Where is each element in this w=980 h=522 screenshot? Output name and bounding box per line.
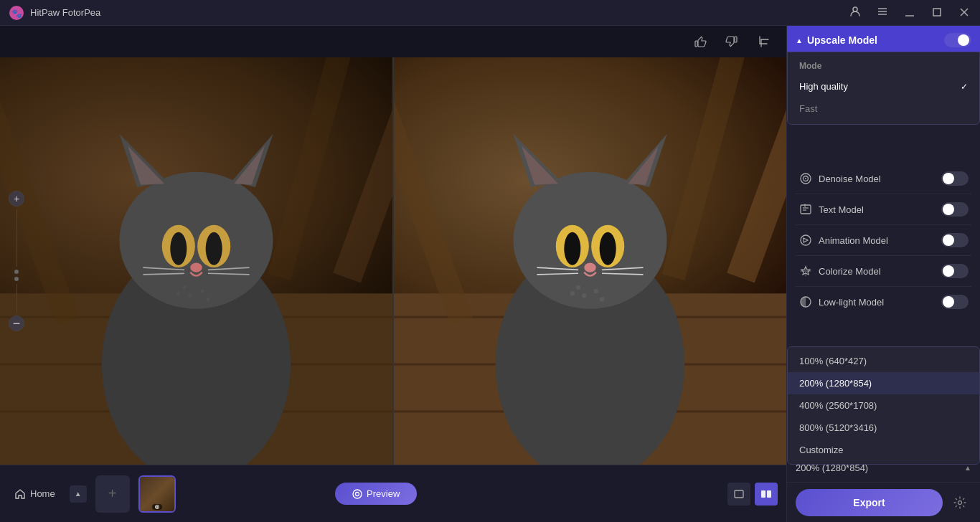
scale-option-400[interactable]: 400% (2560*1708) (788, 394, 979, 417)
add-image-button[interactable]: + (95, 475, 130, 513)
zoom-in-button[interactable]: + (9, 191, 24, 207)
home-button[interactable]: Home (9, 485, 61, 503)
svg-point-36 (189, 294, 192, 298)
svg-point-67 (582, 293, 587, 298)
svg-rect-10 (695, 41, 697, 47)
svg-point-66 (593, 289, 598, 294)
maximize-button[interactable] (930, 7, 944, 19)
denoise-icon (798, 171, 813, 186)
right-panel: ▲ Upscale Model Mode High quality ✓ Fast (786, 26, 980, 522)
svg-point-56 (564, 232, 580, 265)
svg-point-34 (183, 286, 187, 290)
denoise-label: Denoise Model (819, 174, 881, 184)
canvas-toolbar (0, 26, 786, 57)
thumbs-down-button[interactable] (720, 30, 743, 53)
svg-point-18 (119, 172, 273, 309)
svg-point-58 (584, 262, 595, 272)
mode-option-high-quality[interactable]: High quality ✓ (788, 75, 979, 98)
mode-high-quality-label: High quality (799, 81, 848, 92)
mode-fast-label: Fast (799, 103, 817, 114)
text-model-toggle[interactable] (941, 202, 969, 217)
zoom-out-button[interactable]: − (9, 315, 24, 331)
animation-icon (798, 233, 813, 247)
close-button[interactable] (957, 7, 971, 19)
upscale-toggle[interactable] (944, 33, 971, 47)
export-button[interactable]: Export (796, 489, 943, 516)
scale-option-customize[interactable]: Customize (788, 439, 979, 461)
export-area: Export (787, 482, 980, 522)
split-view-button[interactable] (755, 483, 778, 506)
thumbs-up-button[interactable] (689, 30, 712, 53)
canvas-area: + − (0, 26, 786, 522)
scale-dropdown: 100% (640*427) 200% (1280*854) 400% (256… (787, 346, 980, 465)
collapse-button[interactable]: ▲ (70, 485, 87, 503)
colorize-model-item: Colorize Model (796, 256, 971, 287)
svg-rect-11 (735, 37, 737, 42)
svg-text:🐾: 🐾 (11, 8, 22, 19)
zoom-controls: + − (9, 191, 24, 331)
svg-point-32 (116, 399, 182, 447)
scale-option-800[interactable]: 800% (5120*3416) (788, 417, 979, 439)
svg-rect-7 (933, 9, 941, 16)
preview-button[interactable]: Preview (335, 483, 417, 505)
svg-point-75 (156, 506, 158, 508)
titlebar: 🐾 HitPaw FotorPea (0, 0, 980, 26)
mode-dropdown: Mode High quality ✓ Fast (787, 52, 980, 125)
app-logo-icon: 🐾 (9, 5, 24, 21)
upscale-title: ▲ Upscale Model (796, 34, 877, 46)
svg-point-87 (801, 235, 811, 245)
colorize-icon (798, 264, 813, 278)
menu-button[interactable] (875, 6, 890, 19)
bottom-bar: Home ▲ + Preview (0, 465, 786, 522)
animation-toggle[interactable] (941, 233, 969, 247)
lowlight-toggle[interactable] (941, 295, 969, 309)
main-layout: + − (0, 26, 980, 522)
preview-label: Preview (367, 488, 400, 499)
animation-label: Animation Model (819, 235, 888, 246)
lowlight-model-item: Low-light Model (796, 287, 971, 317)
crop-button[interactable] (752, 30, 775, 53)
text-model-icon (798, 202, 813, 217)
mode-option-fast[interactable]: Fast (788, 98, 979, 120)
svg-point-77 (356, 492, 359, 495)
mode-label: Mode (788, 57, 979, 75)
svg-point-57 (600, 232, 616, 265)
colorize-toggle[interactable] (941, 264, 969, 278)
svg-rect-78 (735, 490, 743, 498)
svg-point-68 (600, 297, 605, 302)
upscale-label: Upscale Model (807, 34, 877, 46)
svg-point-65 (576, 285, 581, 290)
single-view-button[interactable] (727, 483, 750, 506)
scale-option-100[interactable]: 100% (640*427) (788, 350, 979, 372)
svg-point-2 (853, 7, 857, 11)
svg-point-63 (510, 399, 576, 447)
svg-point-64 (604, 399, 670, 447)
text-model-label: Text Model (819, 204, 864, 215)
svg-rect-84 (801, 205, 811, 214)
upscale-toggle-knob (958, 34, 969, 46)
svg-point-37 (206, 298, 209, 301)
lowlight-icon (798, 295, 813, 309)
account-button[interactable] (848, 6, 862, 19)
original-cat-svg (0, 57, 392, 465)
animation-model-item: Animation Model (796, 225, 971, 256)
svg-point-25 (170, 232, 187, 265)
svg-point-33 (210, 399, 276, 447)
image-container: + − (0, 57, 786, 465)
upscale-model-header[interactable]: ▲ Upscale Model (787, 26, 980, 54)
scale-chevron-icon: ▲ (964, 464, 971, 472)
view-toggle (727, 483, 778, 506)
model-list: Denoise Model Text Model (787, 155, 980, 326)
denoise-model-item: Denoise Model (796, 163, 971, 194)
svg-rect-79 (761, 490, 765, 498)
svg-point-76 (353, 490, 362, 498)
denoise-toggle[interactable] (941, 171, 969, 186)
minimize-button[interactable] (903, 7, 917, 19)
settings-button[interactable] (948, 491, 971, 514)
enhanced-image (394, 57, 786, 465)
check-icon: ✓ (961, 82, 968, 92)
scale-option-200[interactable]: 200% (1280*854) (788, 372, 979, 394)
svg-point-69 (570, 291, 575, 296)
enhanced-cat-svg (394, 57, 786, 465)
image-thumbnail[interactable] (138, 475, 176, 513)
